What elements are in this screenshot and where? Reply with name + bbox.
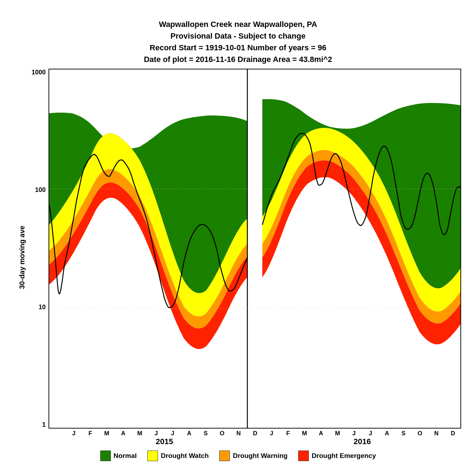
x-label-M2-2015: M	[131, 430, 148, 437]
x-axis-row: J F M A M J J A S O N D J F M A	[66, 429, 461, 437]
legend-box-warning	[219, 450, 230, 461]
legend-box-watch	[147, 450, 158, 461]
year-labels: 2015 2016	[66, 437, 461, 446]
x-label-O-2015: O	[214, 430, 231, 437]
legend-label-warning: Drought Warning	[233, 452, 287, 460]
legend: Normal Drought Watch Drought Warning Dro…	[100, 450, 376, 461]
x-label-A-2015: A	[115, 430, 132, 437]
y-tick-100: 100	[35, 186, 46, 194]
y-tick-10: 10	[39, 304, 46, 311]
plot-and-yaxis: 1000 100 10 1	[29, 69, 461, 429]
plot-svg	[49, 69, 460, 428]
x-label-N-2015: N	[230, 430, 247, 437]
x-label-J3-2016: J	[362, 430, 379, 437]
x-label-A-2016: A	[313, 430, 329, 437]
legend-label-watch: Drought Watch	[161, 452, 209, 460]
x-labels-2015: J F M A M J J A S O N D	[66, 429, 264, 437]
x-label-M-2015: M	[98, 430, 115, 437]
year-2016: 2016	[264, 437, 461, 446]
plot-container	[49, 69, 461, 429]
year-row: 2015 2016	[66, 437, 461, 446]
x-label-O-2016: O	[412, 430, 428, 437]
x-label-D-2016: D	[445, 430, 461, 437]
title-line2: Provisional Data - Subject to change	[144, 30, 332, 42]
legend-item-watch: Drought Watch	[147, 450, 209, 461]
x-label-S-2015: S	[197, 430, 214, 437]
x-label-S-2016: S	[395, 430, 412, 437]
x-label-A2-2015: A	[181, 430, 198, 437]
y-tick-1000: 1000	[32, 69, 46, 76]
x-label-D-2015: D	[247, 430, 264, 437]
x-label-A2-2016: A	[379, 430, 395, 437]
chart-area: 30-day moving ave 1000 100 10 1	[15, 69, 461, 446]
y-ticks: 1000 100 10 1	[29, 69, 49, 429]
x-label-M-2016: M	[296, 430, 313, 437]
chart-title: Wapwallopen Creek near Wapwallopen, PA P…	[144, 18, 332, 65]
legend-item-normal: Normal	[100, 450, 137, 461]
y-axis-label: 30-day moving ave	[15, 69, 29, 446]
legend-box-emergency	[298, 450, 309, 461]
legend-label-emergency: Drought Emergency	[312, 452, 376, 460]
x-labels-2016: J F M A M J J A S O N D	[264, 429, 461, 437]
y-tick-1: 1	[42, 421, 46, 429]
x-label-J-2015: J	[66, 430, 82, 437]
legend-item-warning: Drought Warning	[219, 450, 287, 461]
title-line4: Date of plot = 2016-11-16 Drainage Area …	[144, 53, 332, 65]
x-label-J-2016: J	[264, 430, 280, 437]
x-label-J2-2015: J	[148, 430, 165, 437]
chart-content: 1000 100 10 1	[29, 69, 461, 446]
x-label-N-2016: N	[428, 430, 445, 437]
title-line3: Record Start = 1919-10-01 Number of year…	[144, 42, 332, 53]
legend-box-normal	[100, 450, 111, 461]
legend-label-normal: Normal	[114, 452, 137, 460]
legend-item-emergency: Drought Emergency	[298, 450, 376, 461]
year-2015: 2015	[66, 437, 264, 446]
chart-wrapper: Wapwallopen Creek near Wapwallopen, PA P…	[11, 11, 465, 465]
x-label-M2-2016: M	[329, 430, 346, 437]
x-label-J3-2015: J	[164, 430, 181, 437]
title-line1: Wapwallopen Creek near Wapwallopen, PA	[144, 18, 332, 30]
x-label-F-2016: F	[280, 430, 296, 437]
x-label-F-2015: F	[82, 430, 99, 437]
x-label-J2-2016: J	[346, 430, 362, 437]
